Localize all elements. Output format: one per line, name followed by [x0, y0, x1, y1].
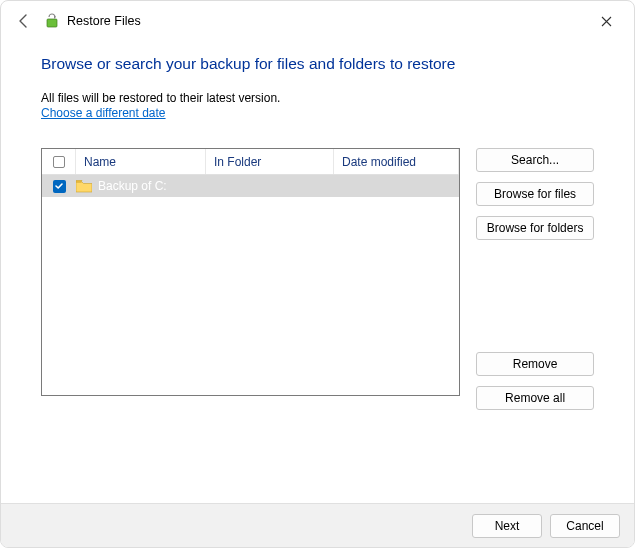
cancel-button[interactable]: Cancel: [550, 514, 620, 538]
browse-files-button[interactable]: Browse for files: [476, 182, 594, 206]
subtext: All files will be restored to their late…: [41, 91, 594, 105]
restore-app-icon: [45, 13, 61, 29]
svg-rect-0: [47, 19, 57, 27]
search-button[interactable]: Search...: [476, 148, 594, 172]
remove-all-button[interactable]: Remove all: [476, 386, 594, 410]
browse-folders-button[interactable]: Browse for folders: [476, 216, 594, 240]
header-folder[interactable]: In Folder: [206, 149, 334, 174]
next-button[interactable]: Next: [472, 514, 542, 538]
file-list[interactable]: Name In Folder Date modified: [41, 148, 460, 396]
folder-icon: [76, 180, 92, 193]
choose-date-link[interactable]: Choose a different date: [41, 106, 166, 120]
row-name-text: Backup of C:: [98, 179, 167, 193]
list-row[interactable]: Backup of C:: [42, 175, 459, 197]
header-date[interactable]: Date modified: [334, 149, 459, 174]
window-title: Restore Files: [67, 14, 141, 28]
remove-button[interactable]: Remove: [476, 352, 594, 376]
row-checkbox-cell[interactable]: [42, 180, 76, 193]
titlebar: Restore Files: [1, 1, 634, 41]
header-checkbox-cell[interactable]: [42, 149, 76, 174]
header-name[interactable]: Name: [76, 149, 206, 174]
close-button[interactable]: [586, 7, 626, 35]
footer-bar: Next Cancel: [1, 503, 634, 547]
content-area: Browse or search your backup for files a…: [1, 41, 634, 420]
side-buttons: Search... Browse for files Browse for fo…: [476, 148, 594, 420]
page-heading: Browse or search your backup for files a…: [41, 55, 594, 73]
header-checkbox[interactable]: [53, 156, 65, 168]
list-header: Name In Folder Date modified: [42, 149, 459, 175]
row-checkbox-checked[interactable]: [53, 180, 66, 193]
back-arrow-icon[interactable]: [15, 12, 33, 30]
